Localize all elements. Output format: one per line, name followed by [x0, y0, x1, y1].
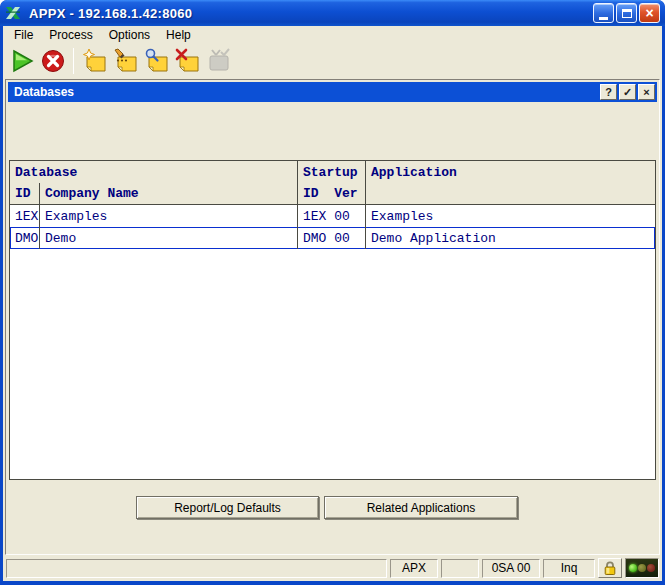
close-button[interactable]: × — [639, 3, 660, 23]
new-record-button[interactable] — [80, 46, 109, 75]
lock-button[interactable] — [598, 558, 622, 578]
header-application: Application — [365, 161, 655, 183]
cell-company: Demo — [39, 227, 297, 249]
toolbar — [3, 43, 662, 78]
window-title: APPX - 192.168.1.42:8060 — [29, 6, 593, 21]
header-database-group: Database — [10, 161, 297, 183]
cell-id: 1EX — [10, 205, 39, 227]
maximize-button[interactable] — [616, 3, 637, 23]
status-bar: APX 0SA 00 Inq — [3, 557, 662, 581]
panel-ok-button[interactable]: ✓ — [619, 84, 636, 100]
panel-title: Databases — [14, 85, 74, 99]
select-record-icon — [206, 48, 232, 74]
edit-record-icon — [113, 48, 139, 74]
run-button[interactable] — [7, 46, 36, 75]
header-startup-group: Startup — [297, 161, 365, 183]
table-header-groups: Database Startup Application — [10, 161, 655, 183]
new-record-icon — [82, 48, 108, 74]
cancel-icon — [41, 49, 65, 73]
green-light-on — [629, 564, 637, 572]
menu-bar: File Process Options Help — [3, 26, 662, 43]
menu-options[interactable]: Options — [101, 27, 158, 43]
inquire-record-icon — [144, 48, 170, 74]
padlock-icon — [603, 561, 617, 576]
related-applications-button[interactable]: Related Applications — [324, 496, 518, 519]
cancel-button[interactable] — [38, 46, 67, 75]
minimize-icon — [599, 17, 608, 20]
table-row-1ex[interactable]: 1EX Examples 1EX 00 Examples — [10, 205, 655, 227]
client-area: File Process Options Help — [3, 26, 662, 581]
status-keymap-cell: APX — [390, 559, 438, 578]
panel-close-button[interactable]: × — [638, 84, 655, 100]
databases-panel: Databases ? ✓ × Database Startup Applica… — [5, 79, 660, 555]
menu-help[interactable]: Help — [158, 27, 199, 43]
status-application-cell: 0SA 00 — [482, 559, 540, 578]
select-record-button-disabled — [204, 46, 233, 75]
cell-application: Demo Application — [365, 227, 655, 249]
close-icon: × — [645, 6, 653, 20]
status-mode-cell: Inq — [543, 559, 595, 578]
edit-record-button[interactable] — [111, 46, 140, 75]
database-list: Database Startup Application ID Company … — [9, 160, 656, 480]
yellow-light-off — [638, 564, 646, 572]
red-light-off — [647, 564, 655, 572]
run-icon — [10, 49, 34, 73]
cell-startup: DMO 00 — [297, 227, 365, 249]
menu-process[interactable]: Process — [41, 27, 100, 43]
status-empty-cell — [441, 559, 479, 578]
table-header-columns: ID Company Name ID Ver — [10, 183, 655, 205]
maximize-icon — [622, 9, 632, 18]
panel-help-button[interactable]: ? — [600, 84, 617, 100]
inquire-record-button[interactable] — [142, 46, 171, 75]
appx-logo-icon — [5, 5, 25, 21]
session-lights — [625, 558, 659, 578]
table-row-dmo-selected[interactable]: DMO Demo DMO 00 Demo Application — [10, 227, 655, 249]
title-bar[interactable]: APPX - 192.168.1.42:8060 × — [0, 0, 665, 26]
toolbar-separator — [73, 48, 74, 74]
header-startup-id-ver: ID Ver — [297, 183, 365, 204]
header-id: ID — [10, 183, 39, 204]
cell-id: DMO — [10, 227, 39, 249]
cell-startup: 1EX 00 — [297, 205, 365, 227]
report-log-defaults-button[interactable]: Report/Log Defaults — [136, 496, 319, 519]
panel-caption: Databases ? ✓ × — [8, 82, 657, 102]
delete-record-icon — [175, 48, 201, 74]
status-message-cell — [6, 559, 387, 578]
cell-company: Examples — [39, 205, 297, 227]
minimize-button[interactable] — [593, 3, 614, 23]
delete-record-button[interactable] — [173, 46, 202, 75]
header-company-name: Company Name — [39, 183, 297, 204]
menu-file[interactable]: File — [6, 27, 41, 43]
cell-application: Examples — [365, 205, 655, 227]
app-window: APPX - 192.168.1.42:8060 × File Process … — [0, 0, 665, 585]
